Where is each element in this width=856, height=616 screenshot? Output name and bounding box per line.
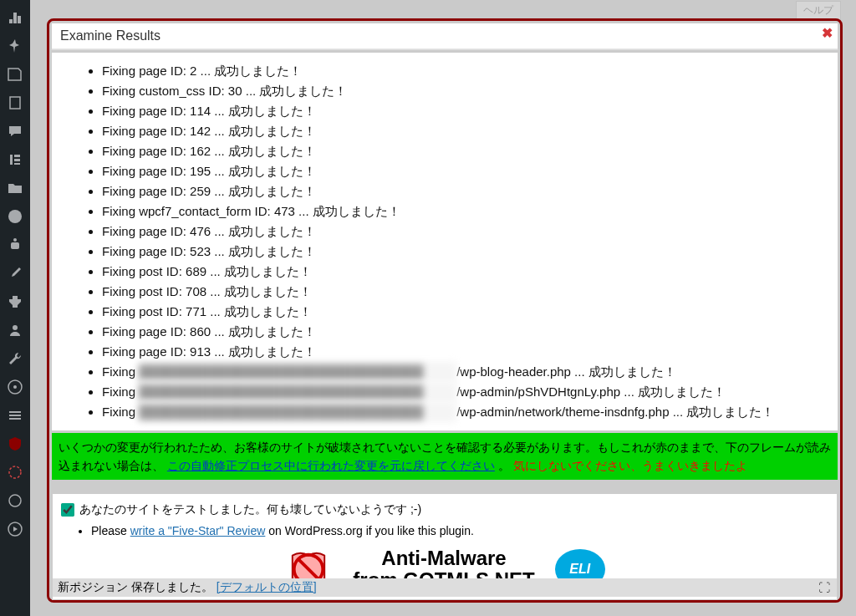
default-position-link[interactable]: [デフォルトの位置] (217, 580, 317, 593)
sidebar-ea[interactable] (0, 202, 30, 231)
tested-checkbox[interactable] (61, 503, 74, 517)
sidebar-pages[interactable] (0, 89, 30, 117)
sidebar-brush[interactable] (0, 259, 30, 288)
result-item: Fixing page ID: 913 ... 成功しました！ (102, 342, 831, 362)
sidebar-play[interactable] (0, 515, 30, 543)
revert-link[interactable]: この自動修正プロセス中に行われた変更を元に戻してください (167, 459, 495, 472)
result-item: Fixing page ID: 2 ... 成功しました！ (102, 61, 831, 81)
sidebar-dashboard[interactable] (0, 3, 30, 32)
result-item-redacted: Fixing ████████████████████████████████/… (102, 362, 831, 382)
svg-point-14 (9, 466, 21, 478)
sidebar-antimalware[interactable] (0, 430, 30, 458)
tested-checkbox-row[interactable]: あなたのサイトをテストしました。何も壊していないようです ;-) (61, 502, 828, 517)
svg-rect-6 (11, 242, 19, 249)
result-item: Fixing custom_css ID: 30 ... 成功しました！ (102, 81, 831, 101)
sidebar-settings[interactable] (0, 373, 30, 401)
result-item: Fixing page ID: 259 ... 成功しました！ (102, 181, 831, 201)
sidebar-folder[interactable] (0, 174, 30, 202)
sidebar-comments[interactable] (0, 117, 30, 145)
result-item: Fixing post ID: 708 ... 成功しました！ (102, 282, 831, 302)
svg-point-7 (13, 238, 17, 242)
svg-point-15 (9, 495, 21, 507)
result-item: Fixing page ID: 195 ... 成功しました！ (102, 161, 831, 181)
sidebar-robot[interactable] (0, 231, 30, 259)
footer-bar: 新ポジション 保存しました。 [デフォルトの位置] ⛶ (53, 578, 837, 597)
result-item: Fixing page ID: 523 ... 成功しました！ (102, 242, 831, 262)
sidebar-elementor[interactable] (0, 145, 30, 174)
result-item: Fixing page ID: 860 ... 成功しました！ (102, 322, 831, 342)
modal-title: Examine Results (52, 23, 838, 49)
sidebar-settings2[interactable] (0, 401, 30, 430)
sidebar-circle1[interactable] (0, 458, 30, 486)
footer-text: 新ポジション 保存しました。 (58, 580, 217, 593)
svg-rect-4 (14, 163, 20, 165)
results-list: Fixing page ID: 2 ... 成功しました！Fixing cust… (52, 53, 838, 430)
svg-rect-12 (9, 415, 21, 416)
close-icon[interactable] (818, 26, 835, 43)
review-link[interactable]: write a "Five-Star" Review (130, 524, 266, 537)
result-item-redacted: Fixing ████████████████████████████████/… (102, 402, 831, 422)
expand-icon[interactable]: ⛶ (818, 581, 832, 594)
result-item: Fixing page ID: 142 ... 成功しました！ (102, 121, 831, 141)
result-item-redacted: Fixing ████████████████████████████████/… (102, 382, 831, 402)
svg-rect-1 (10, 155, 13, 165)
sidebar-media[interactable] (0, 60, 30, 89)
tested-label: あなたのサイトをテストしました。何も壊していないようです ;-) (79, 502, 421, 517)
status-warn: 気にしないでください、うまくいきましたよ (513, 459, 747, 472)
review-line: Please write a "Five-Star" Review on Wor… (91, 521, 828, 541)
result-item: Fixing page ID: 476 ... 成功しました！ (102, 221, 831, 242)
status-message: いくつかの変更が行われたため、お客様のサイトが破壊されていないことを確認する必要… (52, 433, 838, 480)
svg-rect-2 (14, 155, 20, 157)
result-item: Fixing wpcf7_contact_form ID: 473 ... 成功… (102, 201, 831, 221)
sidebar-circle2[interactable] (0, 486, 30, 515)
svg-rect-3 (14, 159, 20, 161)
svg-rect-0 (10, 97, 20, 109)
examine-results-modal: Examine Results Fixing page ID: 2 ... 成功… (47, 18, 843, 603)
svg-point-8 (13, 325, 18, 330)
svg-rect-13 (9, 418, 21, 420)
svg-point-10 (13, 385, 17, 389)
status-text2: 。 (498, 459, 513, 472)
result-item: Fixing post ID: 771 ... 成功しました！ (102, 302, 831, 322)
svg-point-5 (8, 210, 22, 223)
result-item: Fixing post ID: 689 ... 成功しました！ (102, 262, 831, 282)
sidebar-tools[interactable] (0, 344, 30, 373)
admin-sidebar (0, 0, 30, 616)
result-item: Fixing page ID: 162 ... 成功しました！ (102, 141, 831, 161)
sidebar-users[interactable] (0, 316, 30, 344)
sidebar-plugins[interactable] (0, 288, 30, 316)
result-item: Fixing page ID: 114 ... 成功しました！ (102, 101, 831, 121)
sidebar-pin[interactable] (0, 32, 30, 60)
svg-rect-11 (9, 411, 21, 413)
